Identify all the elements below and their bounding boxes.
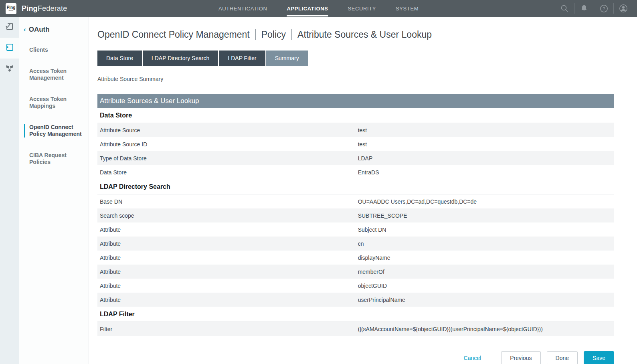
row-label: Attribute Source (97, 127, 358, 133)
search-icon[interactable] (559, 3, 570, 14)
row-label: Search scope (97, 212, 358, 219)
row-value: displayName (358, 255, 614, 261)
table-row: Search scopeSUBTREE_SCOPE (97, 208, 614, 222)
table-section-ldap-directory-search: LDAP Directory Search (97, 179, 614, 194)
previous-button[interactable]: Previous (501, 351, 540, 364)
action-bar: Cancel Previous Done Save (97, 351, 614, 364)
breadcrumb: OpenID Connect Policy ManagementPolicyAt… (97, 29, 614, 40)
row-label: Type of Data Store (97, 155, 358, 162)
table-row: Attribute Source IDtest (97, 137, 614, 151)
row-value: memberOf (358, 269, 614, 275)
row-value: LDAP (358, 155, 614, 162)
sidebar-items: ClientsAccess Token ManagementAccess Tok… (19, 47, 89, 166)
row-label: Filter (97, 326, 358, 332)
table-section-ldap-filter: LDAP Filter (97, 307, 614, 322)
breadcrumb-separator (291, 29, 292, 40)
chevron-left-icon: ‹ (24, 26, 26, 34)
federation-shield-icon (5, 63, 14, 75)
sidebar-item-access-token-mappings[interactable]: Access Token Mappings (24, 96, 82, 109)
table-row: AttributeSubject DN (97, 222, 614, 237)
row-value: SUBTREE_SCOPE (358, 212, 614, 219)
app-header: Ping Identity. PingFederate AUTHENTICATI… (0, 0, 637, 17)
row-label: Base DN (97, 198, 358, 205)
table-header: Attribute Sources & User Lookup (97, 94, 614, 108)
row-value: Subject DN (358, 226, 614, 233)
breadcrumb-segment-policy: Policy (261, 29, 286, 40)
table-row: AttributeuserPrincipalName (97, 293, 614, 307)
save-button[interactable]: Save (584, 351, 614, 364)
row-value: cn (358, 241, 614, 247)
help-icon[interactable]: ? (599, 3, 609, 14)
header-divider (613, 3, 614, 14)
row-value: userPrincipalName (358, 297, 614, 303)
breadcrumb-segment-attribute-sources-user-lookup: Attribute Sources & User Lookup (297, 29, 432, 40)
header-icons: ? (555, 0, 633, 17)
sidebar: ‹ OAuth ClientsAccess Token ManagementAc… (19, 17, 89, 364)
table-row: Attributecn (97, 237, 614, 251)
table-row: AttributedisplayName (97, 251, 614, 265)
row-label: Attribute (97, 269, 358, 275)
done-button[interactable]: Done (547, 351, 578, 364)
rail-item-oauth-token-icon[interactable] (0, 38, 19, 59)
row-value: OU=AADDC Users,DC=ad,DC=questdb,DC=de (358, 198, 614, 205)
app-title-federate: Federate (38, 4, 67, 12)
row-value: test (358, 127, 614, 133)
header-divider (574, 3, 574, 14)
table-row: Base DNOU=AADDC Users,DC=ad,DC=questdb,D… (97, 194, 614, 208)
sidebar-item-ciba-request-policies[interactable]: CIBA Request Policies (24, 152, 82, 166)
summary-table: Attribute Sources & User Lookup Data Sto… (97, 94, 614, 336)
tab-data-store[interactable]: Data Store (97, 51, 142, 66)
icon-rail (0, 17, 19, 364)
table-row: AttributeobjectGUID (97, 279, 614, 293)
main-content: OpenID Connect Policy ManagementPolicyAt… (89, 17, 637, 364)
user-icon[interactable] (618, 3, 629, 14)
nav-security[interactable]: SECURITY (348, 1, 376, 16)
app-title: PingFederate (22, 4, 67, 13)
sidebar-item-clients[interactable]: Clients (24, 47, 82, 53)
cancel-link[interactable]: Cancel (464, 355, 481, 361)
header-divider (594, 3, 594, 14)
table-row: Attribute Sourcetest (97, 123, 614, 137)
row-label: Attribute (97, 226, 358, 233)
tab-summary[interactable]: Summary (266, 51, 308, 66)
row-label: Attribute (97, 255, 358, 261)
row-label: Data Store (97, 169, 358, 176)
rail-item-federation-shield-icon[interactable] (0, 59, 19, 79)
notifications-icon[interactable] (579, 3, 589, 14)
row-value: (|(sAMAccountName=${objectGUID})(userPri… (358, 326, 614, 332)
row-label: Attribute Source ID (97, 141, 358, 148)
rail-item-clients-check-icon[interactable] (0, 17, 19, 38)
tab-ldap-directory-search[interactable]: LDAP Directory Search (143, 51, 218, 66)
table-row: Filter(|(sAMAccountName=${objectGUID})(u… (97, 322, 614, 336)
oauth-token-icon (4, 42, 15, 54)
table-section-data-store: Data Store (97, 108, 614, 123)
table-row: Data StoreEntraDS (97, 165, 614, 179)
top-nav: AUTHENTICATIONAPPLICATIONSSECURITYSYSTEM (218, 0, 419, 17)
row-label: Attribute (97, 241, 358, 247)
table-row: Type of Data StoreLDAP (97, 151, 614, 165)
ping-logo-text: Ping (7, 6, 16, 10)
row-value: EntraDS (358, 169, 614, 176)
wizard-tabs: Data StoreLDAP Directory SearchLDAP Filt… (97, 51, 614, 66)
breadcrumb-separator (255, 29, 256, 40)
row-label: Attribute (97, 283, 358, 289)
app-title-ping: Ping (22, 4, 38, 12)
sidebar-back-oauth[interactable]: ‹ OAuth (19, 26, 89, 34)
nav-applications[interactable]: APPLICATIONS (287, 1, 328, 16)
sidebar-item-access-token-management[interactable]: Access Token Management (24, 68, 82, 81)
table-row: AttributememberOf (97, 265, 614, 279)
row-value: objectGUID (358, 283, 614, 289)
row-label: Attribute (97, 297, 358, 303)
sidebar-item-openid-connect-policy-management[interactable]: OpenID Connect Policy Management (24, 124, 82, 138)
row-value: test (358, 141, 614, 148)
clients-check-icon (4, 21, 15, 33)
table-rows: Data StoreAttribute SourcetestAttribute … (97, 108, 614, 336)
nav-system[interactable]: SYSTEM (396, 1, 419, 16)
nav-authentication[interactable]: AUTHENTICATION (218, 1, 267, 16)
tab-ldap-filter[interactable]: LDAP Filter (219, 51, 265, 66)
svg-text:?: ? (603, 6, 605, 11)
sidebar-back-label: OAuth (29, 26, 50, 34)
ping-logo: Ping Identity. (6, 3, 16, 14)
ping-logo-subtext: Identity. (9, 10, 14, 12)
summary-label: Attribute Source Summary (97, 76, 614, 82)
